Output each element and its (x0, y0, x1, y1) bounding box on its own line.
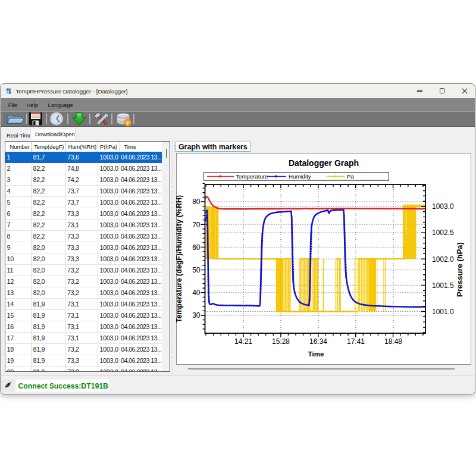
svg-text:60: 60 (192, 243, 201, 252)
svg-text:Pressure (hPa): Pressure (hPa) (455, 242, 464, 297)
svg-text:1002.0: 1002.0 (432, 255, 454, 264)
svg-text:80: 80 (192, 198, 201, 206)
svg-text:40: 40 (192, 289, 201, 297)
svg-text:18:48: 18:48 (384, 337, 402, 346)
svg-text:Temperature: Temperature (236, 173, 268, 180)
svg-text:Time: Time (308, 350, 324, 358)
svg-text:14:21: 14:21 (234, 337, 252, 346)
svg-text:Temperature (degF)/Humidity (%: Temperature (degF)/Humidity (%RH) (176, 195, 183, 322)
svg-text:Datalogger Graph: Datalogger Graph (289, 158, 359, 168)
svg-text:1003.0: 1003.0 (432, 202, 454, 211)
svg-text:16:34: 16:34 (309, 337, 327, 346)
svg-text:17:41: 17:41 (347, 337, 365, 346)
svg-text:15:28: 15:28 (272, 337, 290, 346)
svg-text:1001.0: 1001.0 (432, 308, 454, 316)
svg-text:1002.5: 1002.5 (432, 228, 454, 237)
svg-text:Humidity: Humidity (289, 173, 311, 180)
svg-text:?: ? (126, 120, 130, 126)
svg-text:Pa: Pa (347, 173, 354, 180)
svg-text:50: 50 (192, 266, 201, 274)
svg-text:1001.5: 1001.5 (432, 281, 454, 290)
svg-text:70: 70 (192, 221, 201, 229)
svg-text:30: 30 (192, 311, 201, 320)
